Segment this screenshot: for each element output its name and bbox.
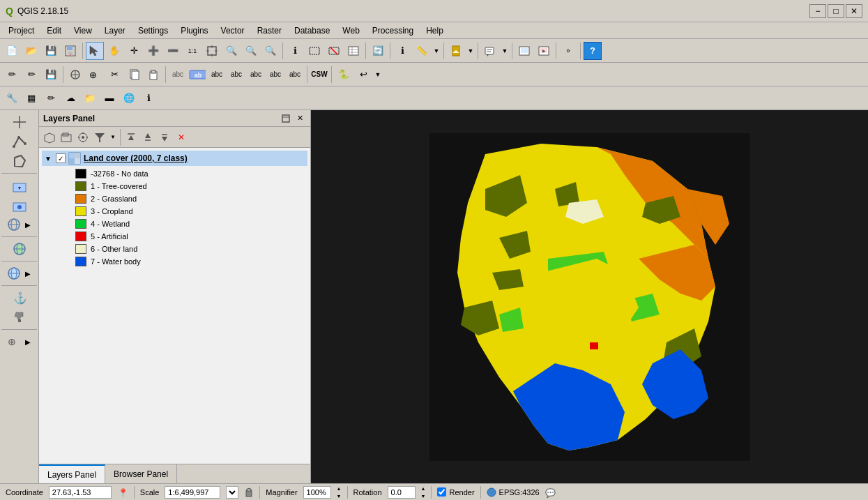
- rotation-down[interactable]: ▼: [421, 494, 426, 499]
- menu-item-help[interactable]: Help: [420, 24, 449, 37]
- menu-item-vector[interactable]: Vector: [215, 24, 250, 37]
- rotation-up[interactable]: ▲: [421, 486, 426, 491]
- save-as-btn[interactable]: +: [61, 42, 79, 60]
- deselect-btn[interactable]: [325, 42, 343, 60]
- info-btn[interactable]: ℹ: [139, 89, 158, 107]
- scale-input[interactable]: [165, 486, 220, 499]
- zoom-selection-btn[interactable]: 🔍: [242, 42, 260, 60]
- label-abc6-btn[interactable]: abc: [286, 66, 304, 84]
- lock-scale-btn[interactable]: [244, 487, 254, 498]
- rect-btn[interactable]: ▬: [100, 89, 119, 107]
- menu-item-settings[interactable]: Settings: [132, 24, 174, 37]
- annotation-btn[interactable]: [481, 42, 499, 60]
- identify-btn[interactable]: ℹ: [286, 42, 304, 60]
- map-area[interactable]: [311, 110, 868, 483]
- zoom-fullextent-btn[interactable]: [203, 42, 221, 60]
- cloud-btn[interactable]: ☁: [61, 89, 79, 107]
- layers-move-top-btn[interactable]: [123, 130, 139, 145]
- pan-btn[interactable]: ✋: [105, 42, 123, 60]
- save-edits-btn[interactable]: 💾: [42, 66, 60, 84]
- label-abc4-btn[interactable]: abc: [247, 66, 265, 84]
- magnifier-down[interactable]: ▼: [337, 494, 342, 499]
- select-feature-btn[interactable]: [86, 42, 104, 60]
- move-btn[interactable]: ⊕: [86, 66, 104, 84]
- layer-expand-icon[interactable]: ▼: [45, 155, 53, 162]
- zoom-actual-btn[interactable]: 1:1: [183, 42, 201, 60]
- globe-btn[interactable]: 🌐: [120, 89, 138, 107]
- scale-dropdown[interactable]: ▼: [226, 486, 238, 499]
- coordinate-input[interactable]: [49, 486, 112, 499]
- zoom-layer-btn[interactable]: 🔍: [222, 42, 241, 60]
- magnifier-input[interactable]: [303, 486, 331, 499]
- new-file-btn[interactable]: 📄: [3, 42, 21, 60]
- panel-close-btn[interactable]: ✕: [294, 112, 306, 125]
- left-wms-btn[interactable]: [6, 264, 22, 282]
- zoom-last-btn[interactable]: 🔍: [261, 42, 280, 60]
- spatial-bookmark-btn[interactable]: [447, 42, 465, 60]
- panel-float-btn[interactable]: [280, 112, 292, 125]
- close-button[interactable]: ✕: [846, 4, 862, 18]
- left-extra-btn[interactable]: ⊕: [6, 333, 22, 351]
- undo-btn[interactable]: ↩: [354, 66, 372, 84]
- paste-btn[interactable]: [144, 66, 162, 84]
- layer-checkbox[interactable]: ✓: [56, 153, 66, 163]
- digitize-btn[interactable]: [66, 66, 84, 84]
- zoom-in-btn[interactable]: ➕: [144, 42, 162, 60]
- gps-icon-btn[interactable]: 📍: [117, 487, 128, 498]
- zoom-out-btn[interactable]: ➖: [164, 42, 182, 60]
- left-wms-expand-btn[interactable]: ▶: [23, 268, 33, 278]
- menu-item-raster[interactable]: Raster: [252, 24, 287, 37]
- minimize-button[interactable]: −: [809, 4, 826, 18]
- layers-move-up-btn[interactable]: [140, 130, 155, 145]
- edit-pencil-btn[interactable]: ✏: [3, 66, 21, 84]
- tab-browser-panel[interactable]: Browser Panel: [105, 464, 177, 483]
- epsg-btn[interactable]: EPSG:4326: [487, 487, 540, 497]
- menu-item-layer[interactable]: Layer: [99, 24, 131, 37]
- magnifier-up[interactable]: ▲: [337, 486, 342, 491]
- left-globe-btn[interactable]: [6, 215, 22, 234]
- layers-filter-btn[interactable]: [92, 130, 107, 145]
- layers-move-down-btn[interactable]: [157, 130, 172, 145]
- left-plugin-btn[interactable]: ⚓: [10, 289, 29, 307]
- edit-pencil2-btn[interactable]: ✏: [22, 66, 40, 84]
- select-rect-btn[interactable]: [305, 42, 323, 60]
- layers-open-layer-btn[interactable]: [42, 130, 57, 145]
- left-plugin2-btn[interactable]: [10, 308, 29, 326]
- left-extra-expand-btn[interactable]: ▶: [23, 337, 33, 347]
- label-abc-btn[interactable]: abc: [169, 66, 187, 84]
- layers-filter-dropdown[interactable]: ▼: [109, 130, 117, 145]
- menu-item-project[interactable]: Project: [3, 24, 40, 37]
- csw-btn[interactable]: CSW: [310, 66, 328, 84]
- menu-item-web[interactable]: Web: [337, 24, 365, 37]
- pan-map-btn[interactable]: ✛: [125, 42, 143, 60]
- layers-manage-btn[interactable]: [75, 130, 91, 145]
- left-select-location-btn[interactable]: [10, 196, 29, 214]
- menu-item-plugins[interactable]: Plugins: [175, 24, 213, 37]
- left-globe-expand-btn[interactable]: ▶: [23, 220, 33, 229]
- layer-row-main[interactable]: ▼ ✓ Land cover (2000, 7 class): [42, 151, 307, 166]
- identify-features-btn[interactable]: ℹ: [393, 42, 411, 60]
- refresh-btn[interactable]: 🔄: [369, 42, 387, 60]
- label-3d-btn[interactable]: ab: [188, 66, 206, 84]
- menu-item-edit[interactable]: Edit: [41, 24, 67, 37]
- undo-dropdown[interactable]: ▼: [374, 66, 382, 84]
- messages-btn[interactable]: 💬: [545, 487, 556, 498]
- left-zoom-in-btn[interactable]: ▼: [10, 176, 29, 195]
- menu-item-view[interactable]: View: [68, 24, 98, 37]
- annotation-dropdown[interactable]: ▼: [501, 42, 509, 60]
- magnifier-spinner[interactable]: ▲ ▼: [337, 486, 342, 499]
- folder-btn[interactable]: 📁: [81, 89, 99, 107]
- label-abc3-btn[interactable]: abc: [227, 66, 245, 84]
- atlas-btn[interactable]: ▶: [535, 42, 553, 60]
- rotation-spinner[interactable]: ▲ ▼: [421, 486, 426, 499]
- left-add-point-btn[interactable]: [10, 113, 29, 131]
- draw-btn[interactable]: ✏: [42, 89, 60, 107]
- python-btn[interactable]: 🐍: [335, 66, 353, 84]
- rotation-input[interactable]: [388, 486, 416, 499]
- measure-btn[interactable]: 📏: [413, 42, 431, 60]
- render-checkbox[interactable]: [437, 487, 446, 497]
- layers-add-group-btn[interactable]: [59, 130, 74, 145]
- spatial-bookmark-dropdown[interactable]: ▼: [466, 42, 475, 60]
- help-btn[interactable]: ?: [584, 42, 602, 60]
- wrench-btn[interactable]: 🔧: [3, 89, 21, 107]
